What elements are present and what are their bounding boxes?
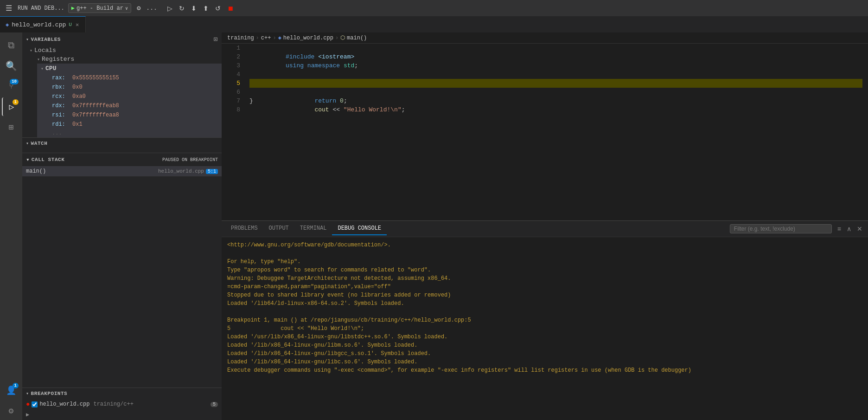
register-rbx: rbx: 0x0 — [37, 83, 222, 92]
run-config-dropdown[interactable]: ▶ g++ - Build ar ∨ — [68, 3, 131, 13]
register-rcx: rcx: 0xa0 — [37, 92, 222, 101]
tab-output[interactable]: OUTPUT — [263, 222, 294, 235]
reg-name-rdi: rdi: — [52, 121, 70, 128]
register-rax: rax: 0x555555555155 — [37, 73, 222, 83]
code-line-2: using namespace std; — [249, 52, 862, 61]
account-badge: 1 — [13, 383, 19, 388]
reg-name-rdx: rdx: — [52, 103, 70, 109]
call-stack-chevron: ▾ — [26, 156, 30, 163]
filter-input[interactable] — [730, 224, 832, 233]
cpu-label: CPU — [45, 65, 56, 72]
activity-source-control[interactable]: ⑂ 10 — [2, 77, 20, 96]
console-line-blank2 — [227, 308, 862, 316]
watch-label: WATCH — [31, 141, 48, 146]
debug-console[interactable]: <http://www.gnu.org/software/gdb/documen… — [222, 237, 868, 420]
activity-extensions[interactable]: ⊞ — [2, 118, 20, 136]
breadcrumb-cpp[interactable]: c++ — [261, 35, 271, 41]
activity-account[interactable]: 👤 1 — [2, 381, 20, 400]
tab-debug-console[interactable]: DEBUG CONSOLE — [332, 222, 387, 235]
cpu-chevron: ▾ — [41, 66, 44, 71]
breakpoints-section: ▾ BREAKPOINTS ● hello_world.cpp training… — [22, 388, 222, 420]
explorer-icon: ⧉ — [8, 40, 14, 51]
tab-hello-world[interactable]: ◈ hello_world.cpp U ✕ — [0, 16, 86, 32]
more-actions[interactable]: ... — [146, 5, 157, 12]
code-line-4: int main() { — [249, 70, 862, 79]
tab-close-button[interactable]: ✕ — [75, 21, 80, 29]
tab-filename: hello_world.cpp — [12, 21, 66, 28]
line-num-1: 1 — [222, 44, 240, 52]
activity-search[interactable]: 🔍 — [2, 57, 20, 75]
sidebar: ▾ VARIABLES ⊡ ▾ Locals ▾ Registers — [22, 32, 222, 420]
panel-close-button[interactable]: ✕ — [855, 224, 864, 233]
variables-header[interactable]: ▾ VARIABLES ⊡ — [22, 32, 222, 46]
variables-action[interactable]: ⊡ — [214, 35, 218, 43]
code-line-8 — [249, 105, 862, 114]
activity-run-debug[interactable]: ▷ 1 — [2, 97, 20, 116]
breadcrumb-training[interactable]: training — [227, 35, 254, 41]
reg-value-rax: 0x555555555155 — [72, 75, 119, 81]
breakpoint-checkbox[interactable] — [32, 401, 38, 407]
variables-chevron: ▾ — [26, 37, 29, 42]
console-line-2: Type "apropos word" to search for comman… — [227, 266, 862, 274]
console-line-12: Loaded '/lib/x86_64-linux-gnu/libc.so.6'… — [227, 358, 862, 366]
run-debug-label: RUN AND DEB... — [18, 5, 64, 12]
step-into-button[interactable]: ⬇ — [188, 3, 199, 14]
activity-explorer[interactable]: ⧉ — [2, 36, 20, 55]
console-line-1: For help, type "help". — [227, 258, 862, 266]
reg-value-rdi: 0x1 — [72, 121, 83, 128]
panel-collapse-button[interactable]: ∧ — [845, 224, 853, 233]
gear-icon[interactable]: ⚙ — [135, 2, 142, 14]
debug-toolbar: ▷ ↻ ⬇ ⬆ ↺ ⏹ — [165, 3, 236, 14]
panel-actions: ≡ ∧ ✕ — [836, 224, 864, 233]
locals-label: Locals — [34, 47, 56, 54]
editor-area: training › c++ › ◈ hello_world.cpp › ⬡ m… — [222, 32, 868, 420]
stop-button[interactable]: ⏹ — [224, 3, 236, 14]
filter-list-button[interactable]: ≡ — [836, 224, 843, 233]
stack-frame-main[interactable]: main() hello_world.cpp 5:1 — [22, 166, 222, 176]
reg-value-rdx: 0x7fffffffeab8 — [72, 103, 119, 109]
console-line-0: <http://www.gnu.org/software/gdb/documen… — [227, 241, 862, 249]
breadcrumb-filename[interactable]: hello_world.cpp — [283, 35, 333, 41]
restart-button[interactable]: ↺ — [212, 3, 223, 14]
console-line-4: =cmd-param-changed,param="pagination",va… — [227, 283, 862, 291]
breadcrumb: training › c++ › ◈ hello_world.cpp › ⬡ m… — [222, 32, 868, 44]
menu-icon[interactable]: ☰ — [4, 2, 14, 15]
tab-terminal[interactable]: TERMINAL — [294, 222, 332, 235]
panel-filter: ≡ ∧ ✕ — [730, 224, 864, 233]
step-out-button[interactable]: ⬆ — [200, 3, 211, 14]
step-over-button[interactable]: ↻ — [176, 3, 187, 14]
code-line-5: ➤ cout << "Hello World!\n"; — [249, 79, 862, 88]
activity-settings[interactable]: ⚙ — [2, 401, 20, 420]
call-stack-header[interactable]: ▾ CALL STACK PAUSED ON BREAKPOINT — [22, 153, 222, 166]
reg-value-rbx: 0x0 — [72, 84, 83, 90]
registers-label: Registers — [42, 56, 74, 63]
breakpoint-dot: ● — [26, 401, 30, 408]
variables-section: ▾ VARIABLES ⊡ ▾ Locals ▾ Registers — [22, 32, 222, 137]
line-num-8: 8 — [222, 105, 240, 114]
code-content[interactable]: #include <iostream> using namespace std;… — [244, 44, 868, 220]
breadcrumb-function[interactable]: main() — [347, 35, 367, 41]
line-num-3: 3 — [222, 61, 240, 70]
tab-problems[interactable]: PROBLEMS — [225, 222, 263, 235]
top-toolbar: ☰ RUN AND DEB... ▶ g++ - Build ar ∨ ⚙ ..… — [0, 0, 868, 16]
breakpoints-label: BREAKPOINTS — [31, 391, 68, 396]
run-debug-badge: 1 — [13, 99, 19, 105]
more-button[interactable]: ▶ — [22, 409, 222, 420]
continue-button[interactable]: ▷ — [165, 3, 175, 14]
source-control-badge: 10 — [10, 79, 19, 84]
file-icon: ◈ — [6, 21, 9, 28]
line-num-7: 7 — [222, 97, 240, 105]
line-num-4: 4 — [222, 70, 240, 79]
cpu-header[interactable]: ▾ CPU — [37, 64, 222, 73]
locals-header[interactable]: ▾ Locals — [30, 46, 222, 55]
registers-header[interactable]: ▾ Registers — [37, 55, 222, 64]
locals-chevron: ▾ — [30, 48, 32, 53]
line-num-2: 2 — [222, 52, 240, 61]
watch-header[interactable]: ▾ WATCH — [22, 138, 222, 149]
bp-path: training/c++ — [93, 401, 133, 407]
breadcrumb-fn-icon: ⬡ — [340, 34, 345, 41]
breakpoints-chevron: ▾ — [26, 391, 29, 396]
watch-section: ▾ WATCH — [22, 137, 222, 153]
scrollbar-indicator: ... — [37, 129, 222, 137]
breakpoints-header[interactable]: ▾ BREAKPOINTS — [22, 388, 222, 399]
